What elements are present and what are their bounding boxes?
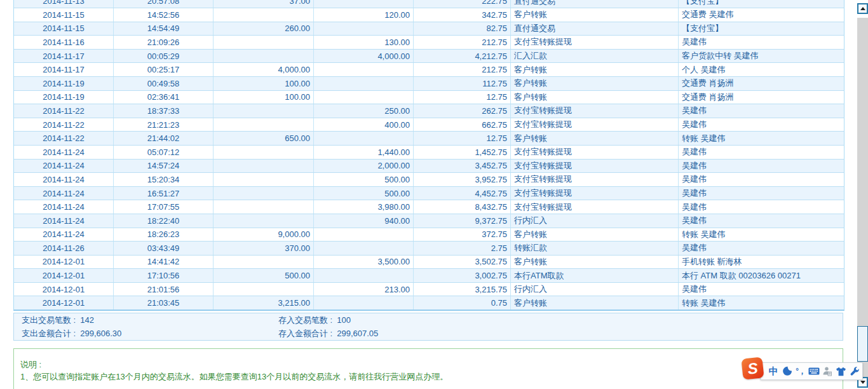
moon-icon[interactable] <box>782 365 793 377</box>
summary-out-count: 支出交易笔数 :142 <box>22 315 278 326</box>
cell-remark: 转账 吴建伟 <box>679 228 844 242</box>
cell-withdrawal <box>214 283 314 296</box>
cell-type: 支付宝转账提现 <box>511 160 679 173</box>
cell-time: 14:57:24 <box>114 160 214 173</box>
cell-withdrawal <box>214 200 314 214</box>
table-row: 2014-11-2603:43:49370.002.75转账汇款吴建伟 <box>14 242 844 256</box>
cell-withdrawal <box>214 187 314 200</box>
cell-type: 行内汇入 <box>511 283 679 296</box>
cell-deposit <box>314 132 414 145</box>
cell-withdrawal <box>214 50 314 63</box>
cell-time: 17:07:55 <box>114 200 214 214</box>
table-row: 2014-11-2221:44:02650.0012.75客户转账转账 吴建伟 <box>14 132 844 146</box>
cell-type: 支付宝转账提现 <box>511 187 679 200</box>
table-row: 2014-12-0117:10:56500.003,002.75本行ATM取款本… <box>14 269 844 283</box>
triangle-up-icon <box>860 7 865 10</box>
cell-type: 客户转账 <box>511 132 679 145</box>
account-icon[interactable] <box>822 365 833 377</box>
cell-balance: 3,502.75 <box>414 256 511 269</box>
cell-remark: 吴建伟 <box>679 160 844 173</box>
cell-date: 2014-11-17 <box>14 63 114 76</box>
summary-in-total: 存入金额合计 :299,607.05 <box>278 328 843 339</box>
summary-in-count: 存入交易笔数 :100 <box>278 315 843 326</box>
cell-remark: 本行 ATM 取款 00203626 00271 <box>679 269 844 282</box>
cell-withdrawal <box>214 146 314 159</box>
cell-time: 00:05:29 <box>114 50 214 63</box>
scrollbar-thumb[interactable] <box>857 326 868 362</box>
toolbox-wrench-icon[interactable] <box>849 365 860 377</box>
chinese-mode-indicator[interactable]: 中 <box>768 365 779 377</box>
summary-out-total: 支出金额合计 :299,606.30 <box>22 328 278 339</box>
cell-deposit: 213.00 <box>314 283 414 296</box>
summary-label: 支出金额合计 : <box>22 329 76 338</box>
cell-deposit: 2,000.00 <box>314 160 414 173</box>
cell-withdrawal <box>214 104 314 118</box>
cell-type: 客户转账 <box>511 256 679 269</box>
cell-date: 2014-11-19 <box>14 91 114 104</box>
table-row: 2014-11-1700:05:294,000.004,212.75汇入汇款客户… <box>14 50 844 64</box>
cell-date: 2014-12-01 <box>14 269 114 282</box>
cell-balance: 12.75 <box>414 132 511 145</box>
cell-withdrawal: 370.00 <box>214 242 314 255</box>
cell-balance: 662.75 <box>414 118 511 132</box>
keyboard-icon[interactable] <box>808 365 820 377</box>
cell-type: 客户转账 <box>511 296 679 310</box>
cell-balance: 9,372.75 <box>414 214 511 228</box>
cell-time: 21:01:56 <box>114 283 214 296</box>
ime-toolbar[interactable]: 中 °， <box>760 362 863 380</box>
cell-deposit: 500.00 <box>314 173 414 186</box>
scroll-up-button[interactable] <box>857 3 868 14</box>
cell-type: 客户转账 <box>511 228 679 242</box>
cell-date: 2014-11-13 <box>14 0 114 8</box>
summary-value: 299,606.30 <box>80 329 121 338</box>
table-row: 2014-12-0121:01:56213.003,215.75行内汇入吴建伟 <box>14 283 844 297</box>
note-title: 说明 : <box>20 358 836 371</box>
cell-remark: 【支付宝】 <box>679 0 844 8</box>
cell-time: 00:49:58 <box>114 77 214 90</box>
cell-time: 03:43:49 <box>114 242 214 255</box>
cell-type: 支付宝转账提现 <box>511 36 679 49</box>
sogou-logo-icon[interactable]: S <box>741 357 764 379</box>
cell-time: 05:07:12 <box>114 146 214 159</box>
cell-balance: 4,452.75 <box>414 187 511 200</box>
punctuation-icon[interactable]: °， <box>795 365 806 377</box>
cell-type: 支付宝转账提现 <box>511 104 679 118</box>
cell-date: 2014-11-17 <box>14 50 114 63</box>
cell-deposit <box>314 296 414 310</box>
transaction-table: 2014-11-1320:57:0837.00222.75直付通交易【支付宝】2… <box>13 0 844 311</box>
cell-remark: 吴建伟 <box>679 173 844 186</box>
cell-date: 2014-11-15 <box>14 8 114 22</box>
cell-deposit: 130.00 <box>314 36 414 49</box>
cell-balance: 372.75 <box>414 228 511 242</box>
cell-balance: 262.75 <box>414 104 511 118</box>
cell-type: 客户转账 <box>511 8 679 22</box>
cell-time: 02:36:41 <box>114 91 214 104</box>
cell-deposit: 250.00 <box>314 104 414 118</box>
cell-balance: 12.75 <box>414 91 511 104</box>
cell-withdrawal: 37.00 <box>214 0 314 8</box>
cell-withdrawal: 650.00 <box>214 132 314 145</box>
cell-remark: 吴建伟 <box>679 200 844 214</box>
cell-balance: 112.75 <box>414 77 511 90</box>
table-row: 2014-11-2405:07:121,440.001,452.75支付宝转账提… <box>14 146 844 160</box>
cell-type: 支付宝转账提现 <box>511 118 679 132</box>
cell-date: 2014-11-24 <box>14 173 114 186</box>
summary-label: 存入金额合计 : <box>278 329 332 338</box>
cell-balance: 2.75 <box>414 242 511 255</box>
cell-date: 2014-11-24 <box>14 146 114 159</box>
scrollbar-track[interactable] <box>857 18 868 378</box>
cell-balance: 3,452.75 <box>414 160 511 173</box>
skin-icon[interactable] <box>836 365 847 377</box>
cell-time: 21:09:26 <box>114 36 214 49</box>
cell-withdrawal <box>214 214 314 228</box>
cell-date: 2014-11-24 <box>14 200 114 214</box>
note-box: 说明 : 1、您可以查询指定账户在13个月内的交易流水。如果您需要查询13个月以… <box>13 348 843 389</box>
cell-balance: 8,432.75 <box>414 200 511 214</box>
summary-label: 存入交易笔数 : <box>278 315 332 325</box>
cell-date: 2014-11-26 <box>14 242 114 255</box>
table-row: 2014-11-1902:36:41100.0012.75客户转账交通费 肖扬洲 <box>14 91 844 105</box>
sogou-logo-letter: S <box>747 359 759 378</box>
cell-remark: 吴建伟 <box>679 242 844 255</box>
cell-deposit: 120.00 <box>314 8 414 22</box>
vertical-scrollbar[interactable] <box>857 0 868 389</box>
